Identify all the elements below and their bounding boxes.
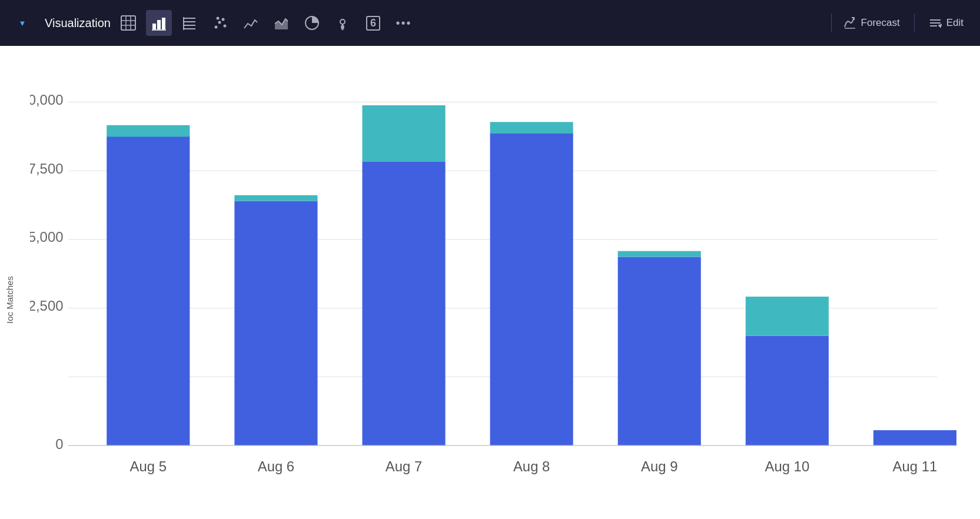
bar-aug5-primary bbox=[107, 136, 190, 445]
edit-label: Edit bbox=[946, 17, 964, 29]
bar-chart: 10,000 7,500 5,000 2,500 0 bbox=[30, 64, 956, 513]
svg-rect-6 bbox=[157, 20, 161, 29]
scatter-icon bbox=[212, 15, 228, 31]
svg-text:0: 0 bbox=[55, 436, 63, 452]
bar-aug9-secondary bbox=[618, 251, 701, 257]
more-icon-button[interactable]: ••• bbox=[391, 10, 417, 36]
svg-rect-0 bbox=[121, 16, 135, 30]
svg-text:10,000: 10,000 bbox=[30, 92, 63, 108]
line-icon bbox=[243, 15, 258, 31]
chevron-down-icon: ▼ bbox=[19, 19, 26, 28]
pivot-icon-button[interactable] bbox=[177, 10, 202, 36]
bar-aug9-primary bbox=[618, 257, 701, 445]
chart-inner: 10,000 7,500 5,000 2,500 0 bbox=[24, 46, 980, 519]
pivot-icon bbox=[182, 15, 197, 31]
svg-text:Aug 10: Aug 10 bbox=[765, 458, 810, 474]
single-value-icon: 6 bbox=[366, 16, 380, 31]
bar-aug8-secondary bbox=[490, 122, 573, 134]
svg-text:Aug 5: Aug 5 bbox=[130, 458, 167, 474]
collapse-button[interactable]: ▼ bbox=[9, 10, 35, 36]
toolbar-right: Forecast Edit bbox=[836, 13, 971, 33]
x-axis-label: Event Timestamp Date bbox=[30, 513, 956, 519]
pie-icon-button[interactable] bbox=[299, 10, 325, 36]
pie-icon bbox=[304, 15, 320, 31]
scatter-icon-button[interactable] bbox=[207, 10, 233, 36]
svg-marker-26 bbox=[938, 24, 942, 28]
toolbar: ▼ Visualization bbox=[0, 0, 980, 46]
forecast-label: Forecast bbox=[861, 17, 900, 29]
visualization-title: Visualization bbox=[45, 16, 111, 30]
y-axis-label: Ioc Matches bbox=[0, 46, 24, 519]
bar-aug10-secondary bbox=[746, 297, 829, 336]
svg-rect-5 bbox=[152, 24, 156, 29]
svg-point-14 bbox=[214, 26, 217, 29]
bar-chart-icon bbox=[151, 15, 167, 31]
bar-aug5-secondary bbox=[107, 125, 190, 137]
chart-area: Ioc Matches 10,000 7,500 5,000 2,500 0 bbox=[0, 46, 980, 519]
svg-text:Aug 6: Aug 6 bbox=[258, 458, 294, 474]
bar-aug7-primary bbox=[362, 162, 445, 445]
svg-point-16 bbox=[221, 18, 224, 21]
bar-aug8-primary bbox=[490, 133, 573, 445]
map-icon bbox=[335, 15, 350, 31]
bar-aug6-primary bbox=[234, 201, 317, 446]
chart-svg-area: 10,000 7,500 5,000 2,500 0 bbox=[30, 64, 956, 513]
svg-text:7,500: 7,500 bbox=[30, 161, 63, 177]
area-icon-button[interactable] bbox=[268, 10, 294, 36]
map-icon-button[interactable] bbox=[330, 10, 356, 36]
svg-point-17 bbox=[223, 25, 226, 28]
bar-chart-icon-button[interactable] bbox=[146, 10, 172, 36]
svg-point-15 bbox=[218, 21, 221, 24]
line-icon-button[interactable] bbox=[238, 10, 264, 36]
bar-aug7-secondary bbox=[362, 105, 445, 162]
bar-aug10-primary bbox=[746, 336, 829, 446]
table-icon bbox=[121, 15, 136, 31]
more-icon: ••• bbox=[396, 16, 411, 30]
svg-text:Aug 9: Aug 9 bbox=[641, 458, 677, 474]
forecast-button[interactable]: Forecast bbox=[836, 13, 907, 33]
edit-icon bbox=[929, 16, 942, 29]
toolbar-divider bbox=[831, 14, 832, 32]
svg-text:Aug 7: Aug 7 bbox=[386, 458, 422, 474]
bar-aug11-primary bbox=[873, 430, 956, 445]
table-icon-button[interactable] bbox=[115, 10, 141, 36]
svg-text:Aug 8: Aug 8 bbox=[513, 458, 550, 474]
toolbar-divider-2 bbox=[914, 14, 915, 32]
svg-text:Aug 11: Aug 11 bbox=[893, 458, 938, 474]
single-value-icon-button[interactable]: 6 bbox=[360, 10, 386, 36]
svg-point-21 bbox=[340, 19, 345, 24]
svg-text:2,500: 2,500 bbox=[30, 298, 63, 314]
svg-text:5,000: 5,000 bbox=[30, 229, 63, 245]
bar-aug6-secondary bbox=[234, 195, 317, 201]
area-icon bbox=[274, 15, 289, 31]
svg-rect-7 bbox=[162, 18, 165, 29]
edit-button[interactable]: Edit bbox=[922, 13, 971, 33]
forecast-icon bbox=[843, 16, 856, 29]
svg-point-18 bbox=[216, 17, 219, 20]
toolbar-left: ▼ Visualization bbox=[9, 10, 826, 36]
